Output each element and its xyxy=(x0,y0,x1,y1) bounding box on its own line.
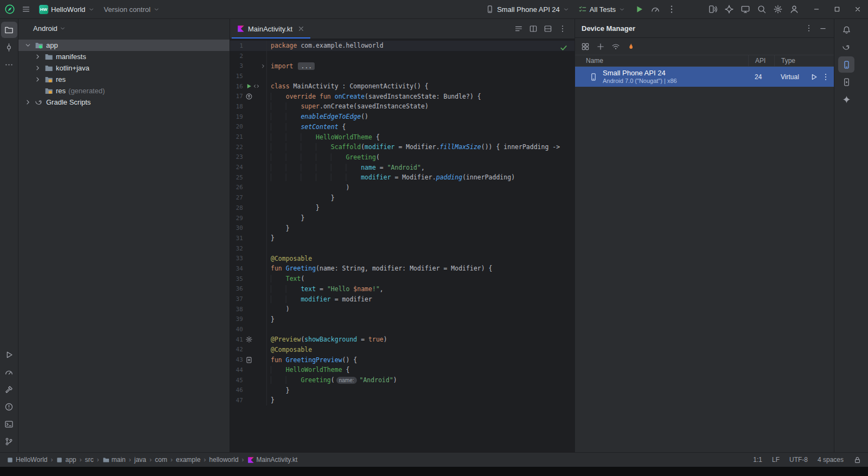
code-line-30[interactable]: 30 } xyxy=(230,223,575,233)
project-button[interactable] xyxy=(1,22,17,38)
code-line-43[interactable]: 43fun GreetingPreview() { xyxy=(230,355,575,365)
grid-icon[interactable] xyxy=(578,40,592,54)
chevron-right-icon[interactable] xyxy=(34,75,42,83)
tree-item-kotlin-java[interactable]: kotlin+java xyxy=(18,62,229,74)
fold-indicator[interactable] xyxy=(260,63,266,69)
code-line-20[interactable]: 20 setContent { xyxy=(230,122,575,132)
maximize-icon[interactable] xyxy=(827,0,847,18)
play-outline-icon[interactable] xyxy=(809,72,819,82)
more-vertical-icon[interactable] xyxy=(802,22,815,35)
breadcrumb-item[interactable]: MainActivity.kt xyxy=(247,456,298,464)
terminal-button[interactable] xyxy=(1,416,17,432)
code-line-40[interactable]: 40 xyxy=(230,324,575,335)
line-number[interactable]: 30 xyxy=(230,224,243,231)
code-line-24[interactable]: 24 name = "Android", xyxy=(230,162,575,172)
breadcrumb-item[interactable]: src xyxy=(85,456,94,464)
more-horizontal-button[interactable] xyxy=(1,56,17,73)
breadcrumb-item[interactable]: example xyxy=(176,456,200,464)
settings-icon[interactable] xyxy=(770,2,786,17)
line-number[interactable]: 42 xyxy=(230,346,243,353)
line-number[interactable]: 22 xyxy=(230,144,243,151)
chevron-right-icon[interactable] xyxy=(24,98,32,106)
line-number[interactable]: 17 xyxy=(230,93,243,100)
statusbar-item[interactable]: 1:1 xyxy=(753,456,762,464)
code-line-17[interactable]: 17 override fun onCreate(savedInstanceSt… xyxy=(230,91,575,101)
statusbar-item[interactable]: LF xyxy=(772,456,780,464)
breadcrumb-item[interactable]: HelloWorld xyxy=(7,456,47,464)
folded-imports[interactable]: ... xyxy=(298,62,315,70)
line-number[interactable]: 37 xyxy=(230,295,243,303)
wifi-icon[interactable] xyxy=(609,40,623,54)
line-number[interactable]: 44 xyxy=(230,366,243,374)
code-editor[interactable]: 1package com.example.helloworld23import … xyxy=(230,39,575,452)
preview-icon[interactable] xyxy=(245,356,253,364)
line-number[interactable]: 46 xyxy=(230,387,243,394)
code-line-15[interactable]: 15 xyxy=(230,71,575,81)
code-line-33[interactable]: 33@Composable xyxy=(230,253,575,263)
code-line-38[interactable]: 38 ) xyxy=(230,304,575,314)
line-number[interactable]: 1 xyxy=(230,42,243,49)
line-number[interactable]: 41 xyxy=(230,336,243,343)
gear-icon[interactable] xyxy=(245,336,253,343)
code-line-16[interactable]: 16class MainActivity : ComponentActivity… xyxy=(230,81,575,92)
override-icon[interactable] xyxy=(245,93,253,100)
tree-item-res[interactable]: res xyxy=(18,74,229,85)
split-right-icon[interactable] xyxy=(527,22,540,35)
line-number[interactable]: 27 xyxy=(230,194,243,201)
code-line-3[interactable]: 3import ... xyxy=(230,61,575,71)
chevron-right-icon[interactable] xyxy=(34,53,42,61)
chevron-down-icon[interactable] xyxy=(24,41,32,49)
line-number[interactable]: 24 xyxy=(230,164,243,171)
add-icon[interactable] xyxy=(593,40,608,54)
device-row[interactable]: Small Phone API 24Android 7.0 ("Nougat")… xyxy=(575,67,834,87)
line-number[interactable]: 25 xyxy=(230,174,243,181)
hide-icon[interactable] xyxy=(816,22,829,35)
line-number[interactable]: 34 xyxy=(230,265,243,272)
chevron-right-icon[interactable] xyxy=(34,64,42,72)
statusbar-item[interactable]: 4 spaces xyxy=(818,456,844,464)
code-line-26[interactable]: 26 ) xyxy=(230,183,575,193)
code-line-21[interactable]: 21 HelloWorldTheme { xyxy=(230,132,575,142)
more-vertical-icon[interactable] xyxy=(664,2,679,17)
line-number[interactable]: 32 xyxy=(230,245,243,252)
tab-close-icon[interactable] xyxy=(297,25,305,33)
close-icon[interactable] xyxy=(847,0,868,18)
lock-icon[interactable] xyxy=(853,456,861,464)
line-number[interactable]: 40 xyxy=(230,326,243,333)
code-line-18[interactable]: 18 super.onCreate(savedInstanceState) xyxy=(230,101,575,112)
code-line-31[interactable]: 31} xyxy=(230,233,575,243)
vcs-widget[interactable]: Version control xyxy=(100,2,164,16)
main-menu-button[interactable] xyxy=(18,2,34,16)
list-icon[interactable] xyxy=(512,22,525,35)
minimize-icon[interactable] xyxy=(806,0,827,18)
run-tool-button[interactable] xyxy=(1,346,17,363)
breadcrumb-item[interactable]: java xyxy=(135,456,146,464)
code-line-32[interactable]: 32 xyxy=(230,243,575,254)
line-number[interactable]: 23 xyxy=(230,153,243,160)
line-number[interactable]: 18 xyxy=(230,103,243,110)
code-line-23[interactable]: 23 Greeting( xyxy=(230,152,575,163)
code-line-19[interactable]: 19 enableEdgeToEdge() xyxy=(230,112,575,122)
gradle-button[interactable] xyxy=(838,39,854,55)
line-number[interactable]: 36 xyxy=(230,285,243,292)
code-line-2[interactable]: 2 xyxy=(230,51,575,61)
tree-item-app[interactable]: app xyxy=(18,40,229,51)
tree-item-res[interactable]: res (generated) xyxy=(18,85,229,97)
statusbar-item[interactable]: UTF-8 xyxy=(789,456,808,464)
code-line-41[interactable]: 41@Preview(showBackground = true) xyxy=(230,335,575,345)
line-number[interactable]: 26 xyxy=(230,184,243,191)
breadcrumb-item[interactable]: main xyxy=(103,456,126,464)
commit-button[interactable] xyxy=(1,39,17,55)
code-line-35[interactable]: 35 Text( xyxy=(230,274,575,284)
code-line-44[interactable]: 44 HelloWorldTheme { xyxy=(230,365,575,375)
line-number[interactable]: 38 xyxy=(230,306,243,313)
firebase-icon[interactable] xyxy=(624,40,638,54)
line-number[interactable]: 35 xyxy=(230,275,243,282)
code-line-28[interactable]: 28 } xyxy=(230,203,575,213)
more-vertical-icon[interactable] xyxy=(821,72,831,82)
notifications-button[interactable] xyxy=(838,22,854,38)
problems-button[interactable] xyxy=(1,398,17,415)
compose-icon[interactable] xyxy=(253,82,260,90)
code-line-36[interactable]: 36 text = "Hello $name!", xyxy=(230,284,575,294)
code-line-45[interactable]: 45 Greeting(name:"Android") xyxy=(230,375,575,385)
